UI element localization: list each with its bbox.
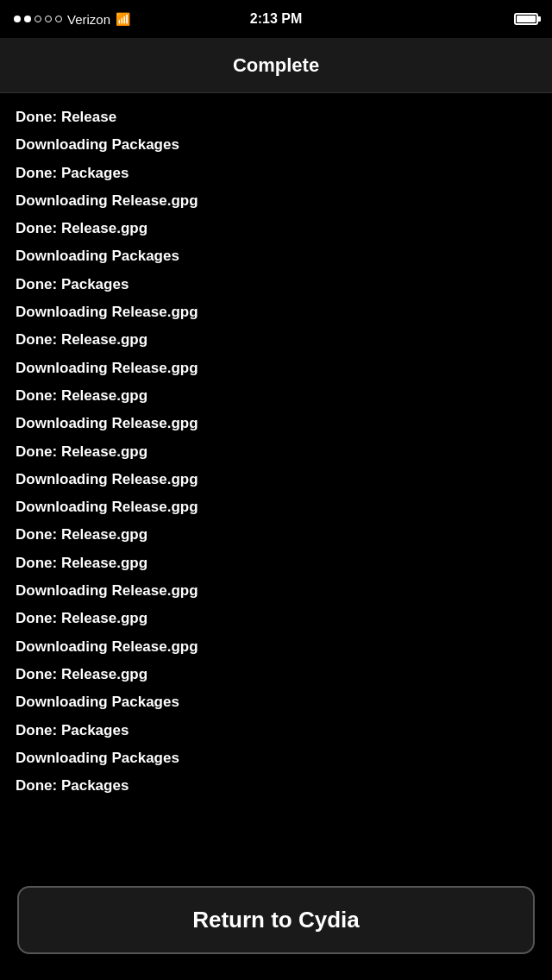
log-line: Downloading Release.gpg xyxy=(16,577,536,605)
log-line: Downloading Release.gpg xyxy=(16,298,536,326)
log-line: Downloading Release.gpg xyxy=(16,493,536,521)
carrier-name: Verizon xyxy=(67,12,110,27)
signal-dot-1 xyxy=(14,16,21,22)
nav-bar: Complete xyxy=(0,38,552,93)
log-line: Done: Release.gpg xyxy=(16,215,536,242)
log-line: Downloading Release.gpg xyxy=(16,466,536,493)
signal-dot-2 xyxy=(24,16,31,22)
status-left: Verizon 📶 xyxy=(14,12,130,27)
log-line: Downloading Release.gpg xyxy=(16,410,536,437)
log-line: Done: Packages xyxy=(16,772,536,800)
log-line: Downloading Packages xyxy=(16,688,536,716)
status-right xyxy=(514,13,538,25)
log-line: Done: Release.gpg xyxy=(16,605,536,632)
log-line: Downloading Packages xyxy=(16,744,536,772)
signal-dot-3 xyxy=(34,16,41,22)
log-line: Done: Release xyxy=(16,104,536,131)
log-line: Done: Release.gpg xyxy=(16,661,536,688)
log-line: Downloading Packages xyxy=(16,242,536,270)
return-to-cydia-button[interactable]: Return to Cydia xyxy=(17,886,535,954)
log-line: Done: Packages xyxy=(16,717,536,744)
battery-icon xyxy=(514,13,538,25)
wifi-icon: 📶 xyxy=(116,12,130,26)
signal-dots xyxy=(14,16,62,22)
log-container: Done: ReleaseDownloading PackagesDone: P… xyxy=(0,93,552,810)
log-line: Done: Release.gpg xyxy=(16,550,536,577)
log-line: Done: Release.gpg xyxy=(16,382,536,410)
log-line: Downloading Release.gpg xyxy=(16,187,536,215)
status-time: 2:13 PM xyxy=(250,11,302,27)
log-line: Downloading Packages xyxy=(16,131,536,159)
page-title: Complete xyxy=(233,54,319,77)
log-line: Done: Release.gpg xyxy=(16,326,536,354)
log-line: Done: Packages xyxy=(16,271,536,298)
signal-dot-5 xyxy=(55,16,62,22)
button-area: Return to Cydia xyxy=(17,886,535,954)
log-line: Done: Release.gpg xyxy=(16,521,536,549)
battery-fill xyxy=(517,16,536,22)
log-line: Downloading Release.gpg xyxy=(16,633,536,661)
log-line: Done: Packages xyxy=(16,160,536,187)
signal-dot-4 xyxy=(45,16,52,22)
log-line: Downloading Release.gpg xyxy=(16,355,536,382)
log-line: Done: Release.gpg xyxy=(16,438,536,466)
status-bar: Verizon 📶 2:13 PM xyxy=(0,0,552,38)
